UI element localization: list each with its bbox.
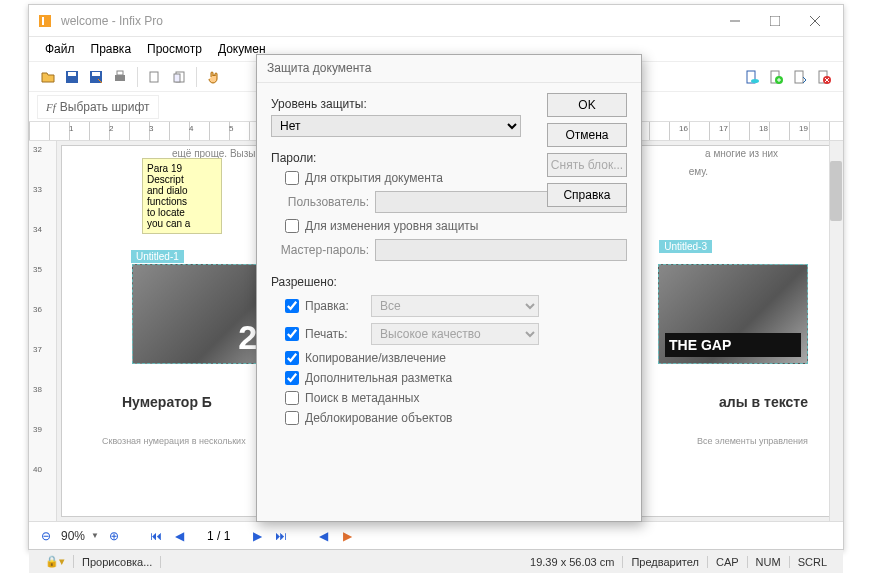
print-select[interactable]: Высокое качество [371,323,539,345]
note-box[interactable]: Para 19 Descript and dialo functions to … [142,158,222,234]
image-text: THE GAP [665,333,801,357]
ruler-mark: 17 [719,124,728,133]
edit-select[interactable]: Все [371,295,539,317]
nav-toolbar: ⊖ 90% ▼ ⊕ ⏮ ◀ 1 / 1 ▶ ⏭ ◀ ▶ [29,521,843,549]
save-icon[interactable] [61,66,83,88]
ruler-mark: 35 [33,265,42,274]
menu-file[interactable]: Файл [37,40,83,58]
page-delete-icon[interactable] [813,66,835,88]
unlock-label: Деблокирование объектов [305,411,452,425]
svg-rect-12 [150,72,158,82]
cap-indicator: CAP [708,556,748,568]
menu-view[interactable]: Просмотр [139,40,210,58]
font-label: Выбрать шрифт [60,100,150,114]
help-button[interactable]: Справка [547,183,627,207]
svg-rect-0 [39,15,51,27]
zoom-in-icon[interactable]: ⊕ [105,527,123,545]
zoom-value: 90% [61,529,85,543]
ruler-mark: 33 [33,185,42,194]
ok-button[interactable]: OK [547,93,627,117]
next-page-icon[interactable]: ▶ [248,527,266,545]
status-text: Прорисовка... [74,556,161,568]
edit-checkbox[interactable] [285,299,299,313]
ruler-mark: 34 [33,225,42,234]
body-text: ему. [689,166,708,177]
dialog-title: Защита документа [257,55,641,83]
page-cloud-icon[interactable] [741,66,763,88]
open-password-checkbox[interactable] [285,171,299,185]
ruler-mark: 18 [759,124,768,133]
image-label: Untitled-1 [131,250,184,263]
metadata-label: Поиск в метаданных [305,391,419,405]
copy-label: Копирование/извлечение [305,351,446,365]
maximize-button[interactable] [755,7,795,35]
nav-back-icon[interactable]: ◀ [314,527,332,545]
section-title: алы в тексте [719,394,808,410]
allowed-label: Разрешено: [271,275,627,289]
page-insert-icon[interactable] [789,66,811,88]
security-level-select[interactable]: Нет [271,115,521,137]
close-button[interactable] [795,7,835,35]
prev-page-icon[interactable]: ◀ [171,527,189,545]
ruler-mark: 16 [679,124,688,133]
scrl-indicator: SCRL [790,556,835,568]
ruler-mark: 37 [33,345,42,354]
page-add-icon[interactable] [765,66,787,88]
paste-icon[interactable] [168,66,190,88]
num-indicator: NUM [748,556,790,568]
cancel-button[interactable]: Отмена [547,123,627,147]
toolbar-sep [137,67,138,87]
change-password-checkbox[interactable] [285,219,299,233]
body-text: а многие из них [705,148,778,159]
print-checkbox[interactable] [285,327,299,341]
document-image[interactable]: THE GAP [658,264,808,364]
svg-rect-7 [68,72,76,76]
unlock-checkbox[interactable] [285,411,299,425]
ruler-mark: 38 [33,385,42,394]
markup-checkbox[interactable] [285,371,299,385]
print-icon[interactable] [109,66,131,88]
hand-icon[interactable] [203,66,225,88]
minimize-button[interactable] [715,7,755,35]
ruler-mark: 40 [33,465,42,474]
svg-rect-19 [795,71,803,83]
metadata-checkbox[interactable] [285,391,299,405]
zoom-dropdown-icon[interactable]: ▼ [91,531,99,540]
ruler-mark: 3 [149,124,153,133]
svg-rect-3 [770,16,780,26]
master-password-field[interactable] [375,239,627,261]
ruler-mark: 5 [229,124,233,133]
svg-point-16 [751,79,759,83]
vertical-ruler[interactable]: 32 33 34 35 36 37 38 39 40 [29,141,57,521]
last-page-icon[interactable]: ⏭ [272,527,290,545]
body-text: Сквозная нумерация в нескольких [102,436,246,446]
zoom-out-icon[interactable]: ⊖ [37,527,55,545]
ruler-mark: 19 [799,124,808,133]
statusbar: 🔒▾ Прорисовка... 19.39 x 56.03 cm Предва… [29,549,843,573]
titlebar: welcome - Infix Pro [29,5,843,37]
ruler-mark: 1 [69,124,73,133]
scroll-thumb[interactable] [830,161,842,221]
vertical-scrollbar[interactable] [829,141,843,521]
ruler-mark: 32 [33,145,42,154]
svg-rect-10 [115,75,125,81]
change-password-label: Для изменения уровня защиты [305,219,478,233]
open-password-label: Для открытия документа [305,171,443,185]
toolbar-sep [196,67,197,87]
first-page-icon[interactable]: ⏮ [147,527,165,545]
copy-icon[interactable] [144,66,166,88]
remove-block-button[interactable]: Снять блок... [547,153,627,177]
save-as-icon[interactable] [85,66,107,88]
nav-fwd-icon[interactable]: ▶ [338,527,356,545]
body-text: Все элементы управления [697,436,808,446]
coords: 19.39 x 56.03 cm [522,556,623,568]
open-icon[interactable] [37,66,59,88]
menu-edit[interactable]: Правка [83,40,140,58]
copy-checkbox[interactable] [285,351,299,365]
font-picker[interactable]: Ff Выбрать шрифт [37,95,159,119]
section-title: Нумератор Б [122,394,212,410]
window-title: welcome - Infix Pro [61,14,715,28]
master-label: Мастер-пароль: [271,243,369,257]
image-label: Untitled-3 [659,240,712,253]
lock-icon[interactable]: 🔒▾ [37,555,74,568]
